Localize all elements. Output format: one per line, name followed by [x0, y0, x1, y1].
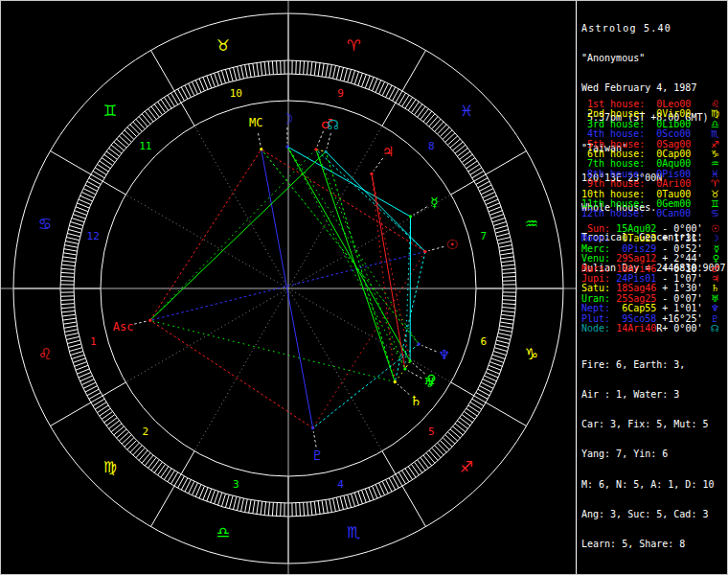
planet-position: 18Ari46 [616, 264, 656, 274]
aspect-sex-Neptune-Pluto [313, 344, 420, 428]
tally-elements-2: Air : 1, Water: 3 [581, 390, 714, 400]
aspect-tri-Moon-Venus [287, 147, 410, 361]
info-sidebar: Astrolog 5.40 "Anonymous" Wed February 4… [576, 1, 727, 574]
aspect-squ-Sun-MC [262, 150, 425, 252]
planet-name: Jupi: [581, 273, 616, 284]
planet-position-list: Sun: 15Aqu02 - 0°00'☉Moon: 0Tau23 + 1°31… [581, 224, 725, 334]
tally-modes: Car: 3, Fix: 5, Mut: 5 [581, 420, 714, 429]
planet-glyph-icon: ♆ [711, 304, 719, 313]
chart-wheel: ♈♉♊♋♌♍♎♏♐♑♒♓123456789101112☉☽☿♀♂♃♄♅♆♇☊As… [1, 1, 576, 575]
position-dot-Pluto [311, 426, 314, 429]
position-dot-Neptune [418, 342, 421, 345]
zodiac-sign-aries: ♈ [347, 36, 360, 55]
position-dot-Mercury [409, 215, 412, 218]
house-cusp-value: 2nd house: 0Vir00 [581, 108, 691, 119]
aspect-tri-Saturn-Asc [150, 320, 396, 381]
aspect-sex-Sun-Mars [316, 150, 425, 252]
tally-mnad: M: 6, N: 5, A: 1, D: 10 [581, 480, 714, 490]
zodiac-sign-gemini: ♊ [103, 102, 117, 120]
house-cusp-value: 10th house: 0Tau00 [581, 189, 691, 199]
house-number-11: 11 [139, 140, 151, 152]
house-number-7: 7 [480, 230, 487, 242]
house-number-5: 5 [428, 426, 435, 438]
chart-name: "Anonymous" [581, 54, 726, 63]
aspect-tri-Mars-Uranus [316, 150, 405, 369]
astrolog-window: ♈♉♊♋♌♍♎♏♐♑♒♓123456789101112☉☽☿♀♂♃♄♅♆♇☊As… [0, 0, 728, 575]
planet-velocity: + 0°10' [662, 264, 702, 274]
planet-glyph-Node: ☊ [328, 117, 339, 132]
position-dot-Uranus [403, 367, 406, 370]
planet-position: 29Sag12 [616, 253, 656, 264]
tally-polarity: Yang: 7, Yin: 6 [581, 449, 714, 459]
planet-position: 15Aqu02 [616, 223, 656, 234]
position-dot-Asc [148, 319, 151, 322]
planet-velocity: + 1°01' [662, 303, 702, 313]
app-title: Astrolog 5.40 [581, 24, 726, 34]
house-number-12: 12 [87, 230, 100, 242]
aspect-squ-Venus-Jupiter [372, 173, 410, 361]
planet-glyph-Neptune: ♆ [439, 347, 451, 362]
planet-row-Node: Node: 14Ari40R+ 0°00'☊ [581, 324, 725, 334]
house-cusp-value: 6th house: 0Cap00 [581, 149, 691, 159]
zodiac-sign-libra: ♎ [216, 523, 230, 541]
zodiac-glyph-icon: ♈ [711, 179, 719, 189]
position-dot-Saturn [394, 380, 397, 383]
tally-learn-share: Learn: 5, Share: 8 [581, 540, 714, 549]
position-dot-Mars [314, 148, 317, 150]
zodiac-glyph-icon: ♋ [711, 209, 719, 218]
planet-name: Uran: [581, 293, 616, 304]
aspect-tri-Mars-Asc [150, 150, 316, 320]
element-tallies: Fire: 6, Earth: 3, Air : 1, Water: 3 Car… [581, 340, 714, 569]
planet-glyph-Moon: ☽ [282, 111, 294, 126]
planet-position: 0Pis29 [616, 243, 656, 254]
planet-velocity: + 2°44' [662, 253, 702, 264]
position-dot-Node [325, 150, 328, 153]
planet-pointer-lines [134, 127, 444, 447]
tally-houses: Ang: 3, Suc: 5, Cad: 3 [581, 510, 714, 519]
planet-glyph-Saturn: ♄ [410, 393, 422, 408]
zodiac-sign-capricorn: ♑ [525, 345, 538, 363]
planet-position: 9Sco58 [616, 313, 656, 324]
house-number-3: 3 [233, 478, 239, 491]
angle-label-Asc: Asc [113, 320, 134, 334]
planet-position: 0Tau23 [616, 233, 656, 243]
aspect-con-Saturn-Uranus [395, 369, 405, 382]
house-cusp-list: 1st house: 0Leo00♌ 2nd house: 0Vir00♍ 3r… [581, 100, 725, 219]
planet-velocity: - 0°07' [662, 293, 702, 304]
house-cusp-value: 1st house: 0Leo00 [581, 99, 691, 109]
position-dot-Venus [409, 359, 412, 362]
aspect-opp-Sun-Asc [150, 252, 425, 321]
planet-name: Mars: [581, 264, 616, 274]
house-cusp-value: 12th house: 0Can00 [581, 208, 691, 218]
house-number-2: 2 [142, 426, 148, 438]
planet-name: Nept: [581, 303, 616, 313]
planet-glyph-Sun: ☉ [446, 237, 459, 252]
house-row-12th: 12th house: 0Can00♋ [581, 209, 725, 218]
planet-name: Merc: [581, 243, 616, 254]
house-number-1: 1 [90, 335, 97, 348]
zodiac-sign-virgo: ♍ [103, 458, 117, 476]
planet-position: 25Sag25 [616, 293, 656, 304]
house-cusp-value: 4th house: 0Sco00 [581, 128, 691, 139]
zodiac-sign-cancer: ♋ [38, 215, 52, 233]
planet-glyph-Mercury: ☿ [430, 195, 439, 210]
zodiac-sign-taurus: ♉ [216, 36, 230, 55]
planet-velocity: + 1°30' [662, 283, 702, 293]
chart-date: Wed February 4, 1987 [581, 83, 726, 93]
aspect-lines [150, 147, 425, 428]
planet-position: 14Ari40 [616, 323, 656, 334]
planet-glyph-icon: ☊ [711, 324, 719, 334]
house-cusp-value: 8th house: 0Pis00 [581, 169, 691, 179]
aspect-squ-Sun-Pluto [313, 252, 425, 428]
planet-position: 6Cap55 [616, 303, 656, 313]
house-cusp-value: 5th house: 0Sag00 [581, 139, 691, 150]
house-cusp-value: 3rd house: 0Lib00 [581, 119, 691, 129]
planet-glyph-Jupiter: ♃ [382, 144, 395, 159]
house-number-6: 6 [480, 335, 487, 348]
house-number-8: 8 [428, 140, 435, 152]
planet-velocity: + 0°00' [662, 323, 702, 334]
house-cusp-value: 7th house: 0Aqu00 [581, 158, 691, 169]
zodiac-sign-pisces: ♓ [460, 102, 473, 120]
house-number-9: 9 [337, 87, 344, 100]
house-cusp-value: 9th house: 0Ari00 [581, 178, 691, 189]
